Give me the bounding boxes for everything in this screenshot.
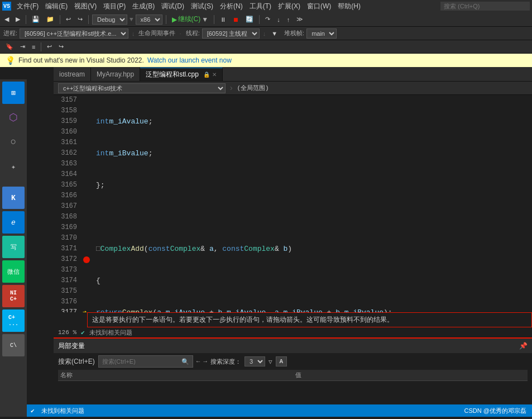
menu-help[interactable]: 帮助(H) [334, 1, 364, 12]
sep5 [214, 15, 214, 24]
menu-debug[interactable]: 调试(D) [158, 1, 188, 12]
menu-window[interactable]: 窗口(W) [304, 1, 334, 12]
menu-tools[interactable]: 工具(T) [246, 1, 275, 12]
check-icon: ✔ [31, 407, 35, 415]
save-btn[interactable]: 💾 [30, 15, 42, 23]
banner-link[interactable]: Watch our launch event now [147, 56, 232, 64]
tab-iostream[interactable]: iostream [54, 68, 91, 81]
redo-btn[interactable]: ↪ [75, 15, 85, 23]
step-out-btn[interactable]: ↑ [285, 16, 293, 23]
no-issues-text: 未找到相关问题 [41, 407, 84, 415]
sep-dot2: · [180, 30, 181, 37]
sep6 [259, 15, 260, 24]
tab-generic[interactable]: 泛型编程和stl.cpp 🔒 ✕ [140, 68, 223, 81]
search-locals-input[interactable] [102, 358, 179, 365]
col-name-header: 名称 [58, 370, 293, 380]
ln-3166: 3166 [56, 191, 77, 201]
search-bar: 🔍 [98, 355, 193, 368]
ln-3161: 3161 [56, 137, 77, 148]
write-icon[interactable]: 写 [2, 236, 25, 258]
ln-3174: 3174 [56, 275, 77, 286]
menu-project[interactable]: 项目(P) [100, 1, 129, 12]
process-dropdown[interactable]: [60596] c++泛型编程和stl技术.e... [20, 28, 128, 39]
bottom-panel: 局部变量 📌 搜索(Ctrl+E) 🔍 ← → 搜索深度： [54, 337, 532, 404]
ln-3168: 3168 [56, 212, 77, 222]
search-input[interactable] [440, 2, 530, 11]
filter-icon: ▽ [269, 358, 272, 365]
menu-test[interactable]: 测试(S) [188, 1, 217, 12]
menu-build[interactable]: 生成(B) [129, 1, 158, 12]
tab-bar: iostream MyArray.hpp 泛型编程和stl.cpp 🔒 ✕ [54, 67, 532, 82]
editor-container: iostream MyArray.hpp 泛型编程和stl.cpp 🔒 ✕ c+… [54, 67, 532, 404]
menu-bar: 文件(F) 编辑(E) 视图(V) 项目(P) 生成(B) 调试(D) 测试(S… [13, 1, 364, 12]
debug-config-dropdown[interactable]: Debug [92, 15, 127, 25]
restart-btn[interactable]: 🔄 [243, 15, 256, 23]
ni-icon[interactable]: NIC+ [2, 285, 25, 307]
code-line-3161: □Complex Add(const Complex& a, const Com… [96, 244, 528, 254]
menu-view[interactable]: 视图(V) [71, 1, 100, 12]
menu-file[interactable]: 文件(F) [13, 1, 42, 12]
depth-dropdown[interactable]: 3 [245, 356, 265, 366]
banner-text: Find out what's new in Visual Studio 202… [18, 56, 144, 64]
forward-btn[interactable]: ▶ [13, 15, 22, 23]
menu-edit[interactable]: 编辑(E) [42, 1, 71, 12]
undo-btn[interactable]: ↩ [64, 15, 73, 23]
left-arrow[interactable]: ← [196, 358, 200, 365]
ln-3177: 3177 [56, 307, 77, 312]
thread-dropdown[interactable]: [60592] 主线程 [202, 28, 260, 39]
ln-3157: 3157 [56, 95, 77, 106]
sep-pipe: ▼ [130, 16, 133, 23]
windows-start-icon[interactable]: ⊞ [2, 82, 25, 104]
right-arrow[interactable]: → [203, 358, 207, 365]
case-btn[interactable]: A [276, 356, 287, 366]
step-over-btn[interactable]: ↷ [263, 15, 272, 23]
more-btn[interactable]: ≫ [294, 15, 305, 23]
watermark: CSDN @优秀的邓宗磊 [464, 407, 526, 415]
indent-btn[interactable]: ⇥ [18, 42, 27, 51]
search-label: 搜索(Ctrl+E) [58, 357, 95, 366]
code-line-3158: int m_iBvalue; [96, 148, 528, 159]
ln-3170: 3170 [56, 233, 77, 244]
nav-btn2[interactable]: ↪ [56, 42, 66, 51]
code-line-3163: return Complex(a.m_iAvalue + b.m_iAvalue… [96, 307, 528, 312]
ln-3163: 3163 [56, 159, 77, 169]
menu-analyze[interactable]: 分析(N) [217, 1, 246, 12]
vs-logo: VS [2, 2, 11, 11]
pause-btn[interactable]: ⏸ [218, 16, 228, 23]
sep-dot3: ↓ [263, 30, 266, 37]
cpp-icon[interactable]: C+... [2, 310, 25, 332]
ln-3176: 3176 [56, 297, 77, 307]
menu-extensions[interactable]: 扩展(X) [275, 1, 304, 12]
pin-btn[interactable]: 📌 [519, 342, 528, 350]
tab-myarray[interactable]: MyArray.hpp [91, 68, 140, 81]
ln-3164: 3164 [56, 169, 77, 180]
code-line-3160 [96, 212, 528, 222]
ln-3162: 3162 [56, 148, 77, 159]
bookmark-btn[interactable]: 🔖 [3, 42, 16, 51]
cw-icon[interactable]: C\ [2, 334, 25, 356]
panel-title-bar: 局部变量 📌 [54, 339, 532, 353]
continue-btn[interactable]: ▶ 继续(C) ▼ [170, 14, 211, 25]
open-btn[interactable]: 📁 [44, 15, 56, 23]
tab-close-btn[interactable]: ✕ [212, 72, 217, 78]
status-bar: 126 % ✔ 未找到相关问题 CSDN @优秀的邓宗磊 [0, 404, 532, 417]
k-app-icon[interactable]: K [2, 187, 25, 209]
nav-btn1[interactable]: ↩ [45, 42, 54, 51]
search-row: 搜索(Ctrl+E) 🔍 ← → 搜索深度： 3 ▽ A [58, 355, 528, 368]
arch-dropdown[interactable]: x86 [136, 15, 162, 25]
step-into-btn[interactable]: ↓ [275, 16, 282, 23]
stop-btn[interactable]: ⏹ [231, 16, 241, 23]
wechat-icon[interactable]: 微信 [2, 260, 25, 283]
stack-dropdown[interactable]: main [306, 28, 337, 39]
sparkle-icon[interactable]: ✦ [2, 155, 25, 178]
back-btn[interactable]: ◀ [2, 15, 11, 23]
nav-scope-dropdown[interactable]: c++泛型编程和stl技术 [58, 83, 226, 93]
format-btn[interactable]: ≡ [30, 43, 37, 51]
edge-icon[interactable]: e [2, 211, 25, 234]
vs-brand-icon[interactable]: ⬡ [2, 106, 25, 128]
filter-btn[interactable]: ▼ [269, 30, 280, 37]
code-content[interactable]: int m_iAvalue; int m_iBvalue; }; □Comple… [92, 95, 532, 312]
explorer-icon[interactable]: ○ [2, 131, 25, 153]
ln-3158: 3158 [56, 106, 77, 116]
tab-label-generic: 泛型编程和stl.cpp [146, 70, 199, 79]
